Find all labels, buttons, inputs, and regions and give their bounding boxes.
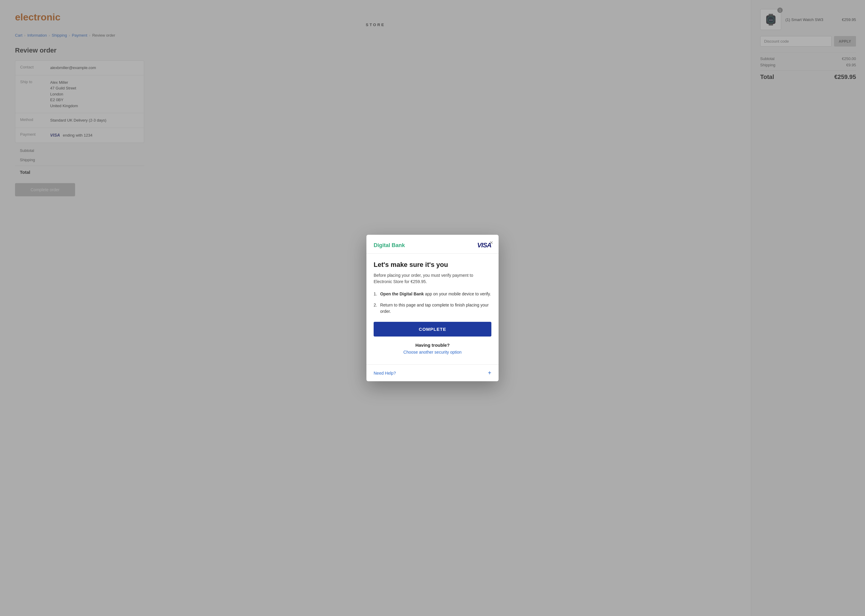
step-1-bold: Open the Digital Bank [380, 291, 424, 296]
need-help-link[interactable]: Need Help? [374, 371, 396, 376]
step-1-number: 1. [374, 291, 377, 297]
plus-icon[interactable]: + [488, 369, 491, 376]
modal-close-button[interactable]: × [489, 240, 493, 245]
modal-steps: 1. Open the Digital Bank app on your mob… [374, 291, 491, 314]
complete-button[interactable]: COMPLETE [374, 322, 491, 336]
modal-step-1: 1. Open the Digital Bank app on your mob… [374, 291, 491, 297]
modal-body: Let's make sure it's you Before placing … [366, 254, 499, 365]
modal-bank-name: Digital Bank [374, 242, 405, 248]
modal-header: Digital Bank VISA × [366, 235, 499, 254]
step-1-rest: app on your mobile device to verify. [424, 291, 491, 296]
choose-security-link[interactable]: Choose another security option [403, 350, 462, 355]
trouble-section: Having trouble? Choose another security … [374, 343, 491, 355]
step-2-text: Return to this page and tap complete to … [380, 302, 491, 314]
modal: Digital Bank VISA × Let's make sure it's… [366, 235, 499, 381]
modal-description: Before placing your order, you must veri… [374, 272, 491, 285]
step-2-number: 2. [374, 302, 377, 314]
modal-visa-logo: VISA [477, 241, 491, 249]
modal-overlay: Digital Bank VISA × Let's make sure it's… [0, 0, 865, 616]
step-1-text: Open the Digital Bank app on your mobile… [380, 291, 491, 297]
modal-step-2: 2. Return to this page and tap complete … [374, 302, 491, 314]
trouble-title: Having trouble? [374, 343, 491, 347]
modal-footer: Need Help? + [366, 365, 499, 381]
modal-title: Let's make sure it's you [374, 261, 491, 269]
